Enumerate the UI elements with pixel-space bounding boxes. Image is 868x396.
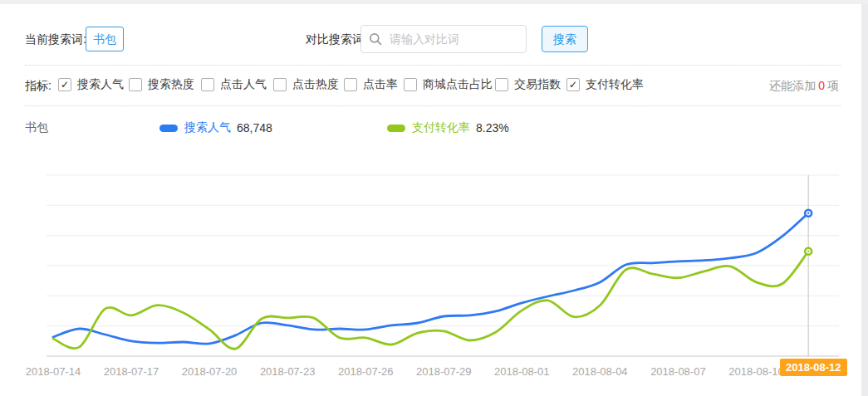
metric-checkbox-3[interactable]: 点击人气 xyxy=(201,77,267,92)
metric-checkbox-4[interactable]: 点击热度 xyxy=(273,77,339,92)
metric-checkbox-2[interactable]: 搜索热度 xyxy=(129,77,194,92)
blue-series-line xyxy=(53,213,808,345)
remaining-count: 0 xyxy=(816,79,827,92)
metric-label: 点击热度 xyxy=(292,77,339,92)
top-band xyxy=(0,0,868,4)
metrics-bar: 指标: 搜索人气搜索热度点击人气点击热度点击率商城点击占比交易指数支付转化率 还… xyxy=(0,75,861,96)
x-tick-label: 2018-08-10 xyxy=(728,365,784,378)
x-tick-label: 2018-07-26 xyxy=(338,365,394,378)
legend-swatch-green xyxy=(387,125,405,132)
legend-label: 搜索人气 xyxy=(184,120,231,135)
legend-value: 68,748 xyxy=(237,121,272,134)
legend-value: 8.23% xyxy=(476,121,509,134)
remaining-prefix: 还能添加 xyxy=(769,79,816,92)
legend-swatch-blue xyxy=(159,125,178,132)
search-analysis-page: 当前搜索词: 书包 对比搜索词: 搜索 指标: 搜索人气搜索热度点击人气点击热度… xyxy=(0,0,868,396)
checkbox-unchecked-icon[interactable] xyxy=(404,78,417,91)
separator xyxy=(25,105,841,106)
legend-term: 书包 xyxy=(25,120,48,135)
metric-checkbox-1[interactable]: 搜索人气 xyxy=(58,77,124,92)
metric-label: 支付转化率 xyxy=(586,77,644,92)
chart-canvas xyxy=(0,166,868,396)
metric-checkbox-8[interactable]: 支付转化率 xyxy=(566,77,644,92)
x-tick-label: 2018-07-23 xyxy=(260,365,316,378)
checkbox-unchecked-icon[interactable] xyxy=(129,78,142,91)
search-button[interactable]: 搜索 xyxy=(542,26,588,52)
metrics-label: 指标: xyxy=(25,79,51,94)
x-tick-label: 2018-07-17 xyxy=(104,365,159,378)
metric-label: 点击人气 xyxy=(220,77,267,92)
series-endpoint-dot xyxy=(807,250,809,252)
separator xyxy=(25,65,841,66)
series-endpoint-dot xyxy=(807,213,809,214)
trend-line-chart: 2018-07-142018-07-172018-07-202018-07-23… xyxy=(0,166,868,396)
x-tick-label: 2018-07-20 xyxy=(182,365,238,378)
checkbox-unchecked-icon[interactable] xyxy=(495,78,508,91)
legend-bar: 书包 搜索人气 68,748 支付转化率 8.23% xyxy=(0,118,861,138)
compare-term-label: 对比搜索词: xyxy=(306,32,367,47)
compare-search-input[interactable] xyxy=(388,32,526,46)
magnifier-icon xyxy=(369,32,382,46)
x-tick-label: 2018-07-14 xyxy=(26,365,81,378)
legend-item-pay-conversion: 支付转化率 8.23% xyxy=(387,120,509,135)
checkbox-unchecked-icon[interactable] xyxy=(201,78,214,91)
current-term-label: 当前搜索词: xyxy=(25,32,86,47)
legend-label: 支付转化率 xyxy=(412,120,470,135)
legend-item-search-popularity: 搜索人气 68,748 xyxy=(159,120,272,135)
checkbox-checked-icon[interactable] xyxy=(566,78,580,91)
x-tick-label: 2018-08-07 xyxy=(650,365,706,378)
current-term-button[interactable]: 书包 xyxy=(86,27,124,51)
x-tick-label: 2018-08-01 xyxy=(494,365,550,378)
metric-checkbox-7[interactable]: 交易指数 xyxy=(495,77,561,92)
remaining-suffix: 项 xyxy=(827,79,839,92)
metric-checkbox-5[interactable]: 点击率 xyxy=(344,77,398,92)
metric-label: 搜索热度 xyxy=(148,77,194,92)
remaining-add-text: 还能添加0项 xyxy=(769,79,839,94)
x-tick-label: 2018-08-04 xyxy=(572,365,628,378)
search-term-bar: 当前搜索词: 书包 对比搜索词: 搜索 xyxy=(0,25,861,55)
checkbox-unchecked-icon[interactable] xyxy=(344,78,357,91)
metric-label: 商城点击占比 xyxy=(423,77,493,92)
x-tick-label: 2018-07-29 xyxy=(416,365,472,378)
metric-label: 点击率 xyxy=(363,77,398,92)
checkbox-checked-icon[interactable] xyxy=(58,78,71,91)
metric-checkbox-6[interactable]: 商城点击占比 xyxy=(404,77,493,92)
checkbox-unchecked-icon[interactable] xyxy=(273,78,287,91)
metric-label: 搜索人气 xyxy=(77,77,124,92)
axis-pointer-date-badge: 2018-08-12 xyxy=(780,359,847,376)
compare-input-wrap xyxy=(360,25,527,53)
metric-label: 交易指数 xyxy=(514,77,561,92)
